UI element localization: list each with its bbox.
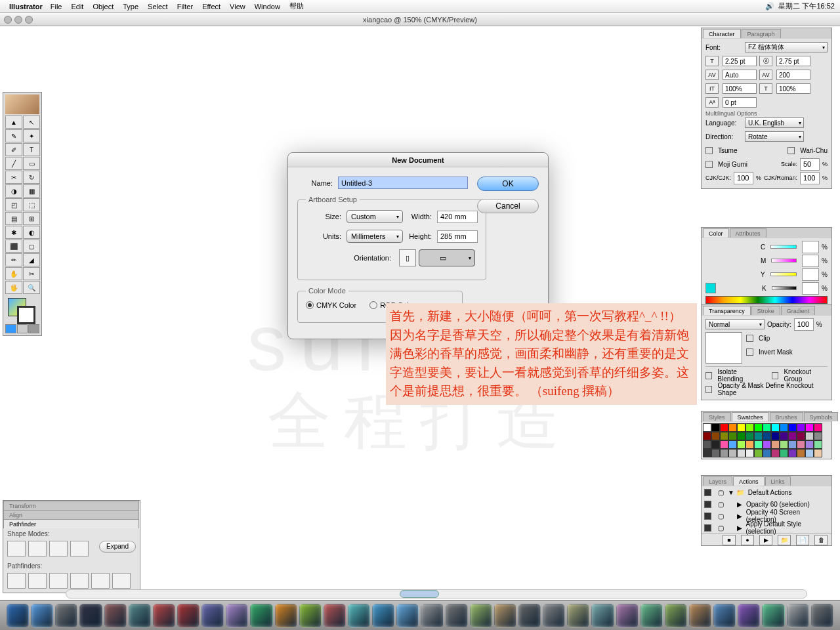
screen-mode-3[interactable] [28, 324, 39, 333]
tab-symbols[interactable]: Symbols [804, 412, 839, 421]
tool-7[interactable]: ▭ [23, 157, 40, 170]
tool-2[interactable]: ✎ [5, 129, 22, 142]
dock[interactable] [0, 600, 840, 630]
screen-mode-2[interactable] [17, 324, 28, 333]
tool-5[interactable]: T [23, 143, 40, 156]
stroke-swatch[interactable] [17, 306, 35, 324]
actions-panel[interactable]: Layers Actions Links ▢▼ 📁Default Actions… [701, 475, 832, 546]
tool-22[interactable]: ✋ [5, 267, 22, 280]
menu-edit[interactable]: Edit [71, 3, 83, 10]
zoom-light[interactable] [25, 16, 33, 24]
swatch[interactable] [737, 449, 746, 457]
menu-select[interactable]: Select [148, 3, 168, 10]
pf-divide[interactable] [7, 573, 26, 589]
swatch[interactable] [720, 423, 728, 432]
isolate-check[interactable] [705, 372, 712, 379]
menu-help[interactable]: 帮助 [289, 1, 304, 11]
tab-swatches[interactable]: Swatches [732, 412, 769, 421]
tool-24[interactable]: 🖐 [5, 281, 22, 294]
cancel-button[interactable]: Cancel [477, 199, 539, 213]
kerning[interactable]: Auto [723, 70, 757, 80]
tool-12[interactable]: ◰ [5, 198, 22, 211]
swatch[interactable] [720, 432, 728, 440]
color-swatch-icon[interactable] [705, 283, 716, 293]
shape-subtract[interactable] [28, 541, 47, 556]
hscale[interactable]: 100% [776, 83, 810, 94]
transparency-panel[interactable]: Transparency Stroke Gradient Normal Opac… [701, 304, 832, 400]
swatch[interactable] [780, 432, 788, 440]
screen-mode-1[interactable] [5, 324, 16, 333]
spectrum-bar[interactable] [705, 296, 828, 304]
swatch[interactable] [805, 423, 814, 432]
swatch[interactable] [780, 440, 788, 449]
moji-check[interactable] [705, 161, 713, 168]
baseline[interactable]: 0 pt [723, 97, 757, 108]
swatch[interactable] [797, 449, 805, 457]
swatch[interactable] [814, 432, 822, 440]
swatch[interactable] [763, 449, 771, 457]
dock-item-4[interactable] [104, 604, 127, 627]
dock-item-17[interactable] [421, 604, 443, 627]
swatch[interactable] [737, 432, 746, 440]
action-3[interactable]: ▢▶Apply Default Style (selection) [702, 522, 831, 534]
tracking[interactable]: 200 [776, 70, 810, 80]
tool-19[interactable]: ◻ [23, 240, 40, 253]
swatch[interactable] [720, 449, 728, 457]
orientation-portrait[interactable]: ▯ [399, 249, 416, 266]
dock-item-14[interactable] [348, 604, 370, 627]
dock-item-12[interactable] [299, 604, 322, 627]
swatch[interactable] [728, 449, 737, 457]
swatches-panel[interactable]: Styles Swatches Brushes Symbols [701, 411, 832, 459]
dock-item-7[interactable] [177, 604, 200, 627]
leading[interactable]: 2.75 pt [776, 56, 810, 66]
swatch[interactable] [754, 440, 763, 449]
swatch[interactable] [788, 449, 797, 457]
tool-3[interactable]: ✦ [23, 129, 40, 142]
pf-merge[interactable] [49, 573, 68, 589]
tab-stroke[interactable]: Stroke [751, 306, 780, 315]
swatch[interactable] [771, 423, 780, 432]
tab-paragraph[interactable]: Paragraph [742, 29, 781, 38]
warichu-scale[interactable] [800, 158, 820, 171]
menu-window[interactable]: Window [255, 3, 280, 10]
c-slider[interactable]: C% [705, 241, 828, 253]
tsume-check[interactable] [705, 147, 713, 154]
shape-intersect[interactable] [49, 541, 68, 556]
cjk-roman[interactable] [800, 172, 820, 184]
swatch[interactable] [780, 449, 788, 457]
tab-actions[interactable]: Actions [733, 476, 765, 486]
units-select[interactable]: Millimeters [346, 230, 403, 243]
tool-23[interactable]: ✂ [23, 267, 40, 280]
dock-item-30[interactable] [738, 604, 760, 627]
direction-select[interactable]: Rotate [745, 131, 804, 142]
app-name[interactable]: Illustrator [9, 3, 43, 10]
swatch[interactable] [746, 449, 754, 457]
dock-item-19[interactable] [470, 604, 492, 627]
menu-view[interactable]: View [230, 3, 245, 10]
volume-icon[interactable]: 🔊 [765, 2, 774, 10]
dock-item-31[interactable] [762, 604, 784, 627]
swatch[interactable] [711, 440, 720, 449]
tool-20[interactable]: ✏ [5, 253, 22, 266]
swatch[interactable] [814, 449, 822, 457]
swatch[interactable] [703, 423, 711, 432]
stop-icon[interactable]: ■ [723, 535, 736, 545]
blend-mode[interactable]: Normal [705, 319, 765, 329]
tool-18[interactable]: ⬛ [5, 240, 22, 253]
dock-item-22[interactable] [543, 604, 565, 627]
swatch[interactable] [805, 449, 814, 457]
swatch[interactable] [728, 440, 737, 449]
dock-item-33[interactable] [811, 604, 833, 627]
swatch[interactable] [711, 449, 720, 457]
pf-trim[interactable] [28, 573, 47, 589]
font-select[interactable]: FZ 楷体简体 [745, 42, 828, 52]
language-select[interactable]: U.K. English [745, 117, 804, 128]
tab-color[interactable]: Color [703, 228, 729, 238]
swatch[interactable] [780, 423, 788, 432]
dock-item-10[interactable] [250, 604, 272, 627]
swatch-grid[interactable] [702, 422, 831, 459]
tab-brushes[interactable]: Brushes [770, 412, 803, 421]
dock-item-27[interactable] [665, 604, 687, 627]
swatch[interactable] [814, 440, 822, 449]
tab-transform[interactable]: Transform [3, 501, 139, 510]
